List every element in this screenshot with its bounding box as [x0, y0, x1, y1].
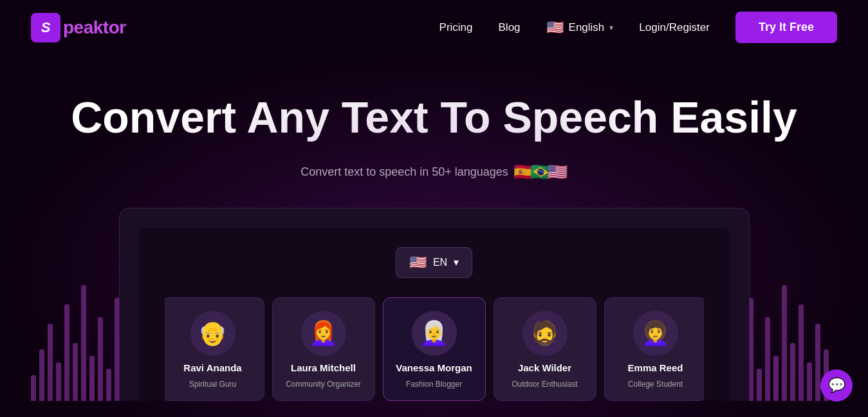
sound-bar [106, 369, 111, 401]
flag-us-icon: 🇺🇸 [547, 162, 568, 182]
mockup-flag-icon: 🇺🇸 [409, 254, 427, 271]
logo-icon: S [31, 13, 60, 42]
pricing-link[interactable]: Pricing [439, 21, 473, 34]
sound-bar [48, 324, 53, 401]
voice-card[interactable]: 👴 Ravi Ananda Spiritual Guru [165, 297, 264, 401]
voice-name: Laura Mitchell [291, 362, 356, 373]
hero-title: Convert Any Text To Speech Easily [31, 93, 837, 142]
sound-bar [765, 317, 770, 401]
sound-bar [64, 304, 69, 401]
mockup-lang-code: EN [433, 257, 447, 268]
avatar-emoji: 🧔 [530, 320, 559, 347]
nav-links: Pricing Blog 🇺🇸 English ▾ Login/Register… [439, 12, 837, 43]
hero-subtitle-text: Convert text to speech in 50+ languages [300, 165, 508, 179]
app-showcase: 🇺🇸 EN ▾ 👴 Ravi Ananda Spiritual Guru 👩‍🦰… [31, 208, 837, 401]
avatar-emoji: 👩‍🦱 [641, 320, 670, 347]
avatar: 👩‍🦰 [301, 311, 346, 356]
sound-bar [31, 375, 36, 401]
voice-card[interactable]: 👩‍🦱 Emma Reed College Student [604, 297, 704, 401]
voice-role: Fashion Blogger [406, 380, 462, 389]
login-register-link[interactable]: Login/Register [639, 21, 710, 34]
logo-name-text: peaktor [63, 17, 126, 37]
language-selector[interactable]: 🇺🇸 English ▾ [546, 19, 614, 36]
sound-bar [89, 356, 95, 401]
sound-bar [807, 362, 812, 401]
chat-bubble-button[interactable]: 💬 [820, 369, 853, 402]
avatar: 👩‍🦳 [412, 311, 457, 356]
voice-role: Community Organizer [286, 380, 361, 389]
avatar-emoji: 👩‍🦳 [420, 320, 448, 347]
sound-bar [782, 285, 787, 401]
logo-text: peaktor [63, 17, 126, 38]
voice-name: Ravi Ananda [183, 362, 241, 373]
sound-bar [790, 343, 795, 401]
avatar-emoji: 👩‍🦰 [309, 320, 338, 347]
sound-bar [73, 343, 78, 401]
blog-link[interactable]: Blog [499, 21, 521, 34]
mockup-lang-dropdown[interactable]: 🇺🇸 EN ▾ [396, 247, 472, 278]
voice-role: Spiritual Guru [189, 380, 236, 389]
sound-bar [799, 304, 804, 401]
avatar: 👩‍🦱 [633, 311, 678, 356]
language-flags: 🇪🇸 🇧🇷 🇺🇸 [517, 162, 568, 182]
logo[interactable]: S peaktor [31, 13, 126, 42]
try-free-button[interactable]: Try It Free [735, 12, 837, 43]
mockup-chevron-icon: ▾ [454, 256, 459, 268]
app-inner: 🇺🇸 EN ▾ 👴 Ravi Ananda Spiritual Guru 👩‍🦰… [139, 228, 730, 401]
chat-icon: 💬 [828, 377, 845, 394]
voice-role: Outdoor Enthusiast [512, 380, 578, 389]
voice-card[interactable]: 👩‍🦰 Laura Mitchell Community Organizer [272, 297, 375, 401]
english-flag-icon: 🇺🇸 [546, 19, 564, 36]
sound-bar [815, 324, 820, 401]
avatar-emoji: 👴 [198, 320, 227, 347]
voice-cards-container: 👴 Ravi Ananda Spiritual Guru 👩‍🦰 Laura M… [165, 297, 704, 401]
voice-name: Jack Wilder [518, 362, 571, 373]
mockup-lang-selector: 🇺🇸 EN ▾ [165, 247, 704, 278]
sound-bar [757, 369, 762, 401]
hero-subtitle: Convert text to speech in 50+ languages … [31, 162, 837, 182]
voice-role: College Student [628, 380, 683, 389]
voice-name: Vanessa Morgan [396, 362, 472, 373]
voice-card[interactable]: 🧔 Jack Wilder Outdoor Enthusiast [494, 297, 596, 401]
navbar: S peaktor Pricing Blog 🇺🇸 English ▾ Logi… [0, 0, 868, 55]
app-mockup: 🇺🇸 EN ▾ 👴 Ravi Ananda Spiritual Guru 👩‍🦰… [119, 208, 750, 401]
logo-letter: S [41, 19, 51, 36]
voice-card[interactable]: 👩‍🦳 Vanessa Morgan Fashion Blogger [383, 297, 486, 401]
chevron-down-icon: ▾ [609, 23, 613, 32]
language-label: English [569, 21, 605, 34]
sound-bar [81, 285, 86, 401]
sound-bar [773, 356, 779, 401]
sound-bar [98, 317, 103, 401]
hero-section: Convert Any Text To Speech Easily Conver… [0, 55, 868, 417]
avatar: 🧔 [522, 311, 568, 356]
voice-name: Emma Reed [628, 362, 683, 373]
sound-bar [39, 349, 44, 401]
sound-bar [56, 362, 61, 401]
avatar: 👴 [190, 311, 235, 356]
